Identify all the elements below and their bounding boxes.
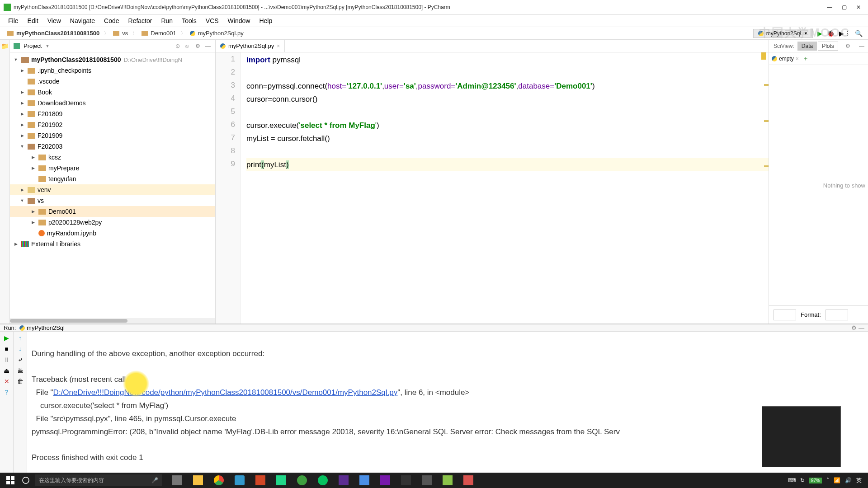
tree-row-external[interactable]: ▶ External Libraries	[10, 239, 215, 249]
terminal-icon[interactable]	[396, 473, 416, 488]
battery-indicator[interactable]: 97%	[809, 478, 822, 483]
gear-icon[interactable]: ⚙	[851, 324, 857, 331]
tree-row[interactable]: ▶p20200128web2py	[10, 217, 215, 228]
down-icon[interactable]: ↓	[19, 345, 22, 352]
close-run-icon[interactable]: ✕	[3, 378, 10, 385]
format-preview[interactable]	[774, 310, 796, 320]
chevron-right-icon[interactable]: ▶	[30, 209, 36, 214]
tree-row[interactable]: ▶myRandom.ipynb	[10, 228, 215, 239]
notepad-icon[interactable]	[438, 473, 458, 488]
tree-row[interactable]: ▶.vscode	[10, 76, 215, 87]
system-tray[interactable]: ⌨ ↻ 97% ˄ 📶 🔊 英	[788, 477, 865, 484]
tree-row[interactable]: ▼F202003	[10, 141, 215, 152]
minimize-button[interactable]: —	[826, 4, 833, 10]
tree-row[interactable]: ▶kcsz	[10, 152, 215, 163]
onenote-icon[interactable]	[375, 473, 395, 488]
sync-icon[interactable]: ↻	[800, 477, 805, 483]
search-everywhere-button[interactable]: 🔍	[855, 30, 863, 37]
format-input[interactable]	[826, 310, 848, 320]
tree-row[interactable]: ▶Book	[10, 87, 215, 98]
tree-row[interactable]: ▶venv	[10, 184, 215, 195]
traceback-link[interactable]: D:/OneDrive/!!!DoingNow/code/python/myPy…	[53, 388, 398, 397]
error-stripe[interactable]	[763, 52, 769, 324]
rerun-icon[interactable]: ▶	[3, 334, 10, 342]
chevron-right-icon[interactable]: ▶	[13, 242, 19, 246]
pycharm-icon[interactable]	[271, 473, 291, 488]
chevron-right-icon[interactable]: ▶	[19, 112, 25, 116]
app-icon[interactable]	[292, 473, 312, 488]
chrome-icon[interactable]	[209, 473, 229, 488]
tree-scrollbar[interactable]	[10, 318, 215, 324]
chevron-down-icon[interactable]: ▼	[19, 198, 25, 203]
start-button[interactable]	[5, 475, 16, 486]
sciview-tab-plots[interactable]: Plots	[818, 42, 838, 51]
project-tool-button[interactable]: 📁	[1, 42, 9, 50]
close-button[interactable]: ✕	[855, 4, 862, 10]
code-area[interactable]: 123456789 import pymssql conn=pymssql.co…	[216, 52, 769, 324]
wps-icon[interactable]	[458, 473, 478, 488]
stop-icon[interactable]: ■	[3, 345, 10, 352]
crumb-root[interactable]: myPythonClass201810081500	[5, 30, 101, 37]
tree-row[interactable]: ▶.ipynb_checkpoints	[10, 65, 215, 76]
vs-icon[interactable]	[334, 473, 354, 488]
keyboard-icon[interactable]: ⌨	[788, 477, 796, 483]
wrap-icon[interactable]: ⤶	[18, 356, 23, 363]
print-icon[interactable]: 🖶	[17, 367, 24, 374]
add-tab-icon[interactable]: ＋	[802, 55, 809, 63]
tree-row[interactable]: ▶F201902	[10, 119, 215, 130]
cortana-button[interactable]	[20, 475, 31, 486]
explorer-icon[interactable]	[188, 473, 208, 488]
tree-row[interactable]: ▶F201809	[10, 108, 215, 119]
menu-window[interactable]: Window	[223, 15, 255, 26]
mic-icon[interactable]: 🎤	[151, 477, 158, 483]
menu-code[interactable]: Code	[99, 15, 123, 26]
settings-icon[interactable]	[417, 473, 437, 488]
hide-icon[interactable]: —	[205, 43, 212, 49]
menu-run[interactable]: Run	[156, 15, 177, 26]
chevron-down-icon[interactable]: ▼	[13, 57, 19, 62]
crumb-demo[interactable]: Demo001	[140, 30, 178, 37]
gear-icon[interactable]: ⚙	[844, 43, 852, 49]
collapse-all-icon[interactable]: ⊙	[175, 43, 182, 49]
tray-up-icon[interactable]: ˄	[826, 477, 829, 483]
project-tree[interactable]: ▼ myPythonClass201810081500 D:\OneDrive\…	[10, 52, 215, 318]
wechat-icon[interactable]	[313, 473, 333, 488]
locate-icon[interactable]: ⎋	[185, 43, 192, 49]
tree-row[interactable]: ▶DownloadDemos	[10, 98, 215, 108]
task-view-icon[interactable]	[167, 473, 187, 488]
tree-row[interactable]: ▶Demo001	[10, 206, 215, 217]
todo-icon[interactable]	[354, 473, 374, 488]
pause-icon[interactable]: ⏸	[3, 356, 10, 363]
menu-view[interactable]: View	[43, 15, 66, 26]
tree-row[interactable]: ▶myPrepare	[10, 163, 215, 174]
tree-row[interactable]: ▼vs	[10, 195, 215, 206]
chevron-down-icon[interactable]: ▼	[19, 144, 25, 149]
close-tab-icon[interactable]: ×	[277, 43, 280, 49]
maximize-button[interactable]: ▢	[841, 4, 847, 10]
data-tab-empty[interactable]: empty ×	[772, 56, 799, 62]
menu-refactor[interactable]: Refactor	[124, 15, 157, 26]
chevron-right-icon[interactable]: ▶	[30, 220, 36, 225]
chevron-down-icon[interactable]: ▼	[45, 44, 49, 48]
menu-vcs[interactable]: VCS	[201, 15, 223, 26]
menu-navigate[interactable]: Navigate	[66, 15, 99, 26]
menu-tools[interactable]: Tools	[177, 15, 201, 26]
volume-icon[interactable]: 🔊	[845, 477, 852, 483]
menu-edit[interactable]: Edit	[23, 15, 43, 26]
network-icon[interactable]: 📶	[834, 477, 840, 483]
crumb-vs[interactable]: vs	[111, 30, 130, 37]
sciview-tab-data[interactable]: Data	[797, 42, 817, 51]
console-output[interactable]: During handling of the above exception, …	[27, 332, 868, 488]
up-icon[interactable]: ↑	[19, 334, 22, 342]
trash-icon[interactable]: 🗑	[17, 378, 24, 385]
chevron-right-icon[interactable]: ▶	[19, 90, 25, 94]
chevron-right-icon[interactable]: ▶	[19, 188, 25, 192]
chevron-right-icon[interactable]: ▶	[19, 122, 25, 127]
tree-row[interactable]: ▶F201909	[10, 130, 215, 141]
edge-icon[interactable]	[230, 473, 250, 488]
menu-file[interactable]: File	[4, 15, 23, 26]
chevron-right-icon[interactable]: ▶	[19, 101, 25, 105]
menu-help[interactable]: Help	[255, 15, 277, 26]
hide-icon[interactable]: —	[859, 324, 864, 331]
help-icon[interactable]: ?	[3, 389, 10, 396]
